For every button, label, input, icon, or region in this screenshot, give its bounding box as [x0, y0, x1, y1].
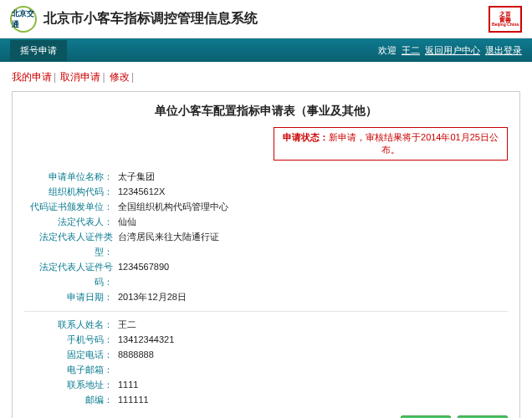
field-label: 法定代表人：: [24, 214, 118, 229]
crumb-edit[interactable]: 修改: [110, 71, 130, 83]
page-title: 北京市小客车指标调控管理信息系统: [43, 10, 258, 28]
field-row: 联系人姓名：王二: [24, 317, 508, 332]
field-label: 固定电话：: [24, 347, 118, 362]
field-label: 代码证书颁发单位：: [24, 199, 118, 214]
divider: [24, 311, 508, 312]
field-value: 12345612X: [118, 184, 165, 199]
field-row: 固定电话：8888888: [24, 347, 508, 362]
welcome-label: 欢迎: [378, 44, 396, 57]
logout-link[interactable]: 退出登录: [485, 44, 522, 57]
navbar: 摇号申请 欢迎 王二 返回用户中心 退出登录: [0, 38, 532, 62]
field-label: 邮编：: [24, 392, 118, 407]
field-row: 申请日期：2013年12月28日: [24, 289, 508, 304]
content: 我的申请| 取消申请| 修改| 单位小客车配置指标申请表（事业及其他） 申请状态…: [0, 62, 532, 418]
field-label: 申请日期：: [24, 289, 118, 304]
form-title: 单位小客车配置指标申请表（事业及其他）: [24, 104, 508, 119]
field-label: 联系地址：: [24, 377, 118, 392]
status-value: 新申请，审核结果将于2014年01月25日公布。: [329, 132, 499, 155]
status-box: 申请状态：新申请，审核结果将于2014年01月25日公布。: [274, 127, 508, 161]
field-row: 法定代表人证件类型：台湾居民来往大陆通行证: [24, 229, 508, 259]
field-value: 2013年12月28日: [118, 289, 187, 304]
tab-lottery[interactable]: 摇号申请: [10, 40, 67, 61]
field-row: 组织机构代码：12345612X: [24, 184, 508, 199]
field-label: 手机号码：: [24, 332, 118, 347]
field-group-2: 联系人姓名：王二手机号码：13412344321固定电话：8888888电子邮箱…: [24, 317, 508, 407]
field-label: 电子邮箱：: [24, 362, 118, 377]
header: 北京交通 北京市小客车指标调控管理信息系统 之首 窗善 Beijing Chin…: [0, 0, 532, 38]
field-group-1: 申请单位名称：太子集团组织机构代码：12345612X代码证书颁发单位：全国组织…: [24, 169, 508, 304]
field-row: 申请单位名称：太子集团: [24, 169, 508, 184]
field-value: 13412344321: [118, 332, 174, 347]
field-value: 1234567890: [118, 259, 169, 289]
field-value: 仙仙: [118, 214, 136, 229]
field-row: 法定代表人：仙仙: [24, 214, 508, 229]
field-label: 法定代表人证件号码：: [24, 259, 118, 289]
field-value: 1111: [118, 377, 138, 392]
field-label: 组织机构代码：: [24, 184, 118, 199]
field-value: 全国组织机构代码管理中心: [118, 199, 228, 214]
field-label: 联系人姓名：: [24, 317, 118, 332]
field-value: 王二: [118, 317, 136, 332]
logo-icon: 北京交通: [10, 6, 37, 33]
back-link[interactable]: 返回用户中心: [425, 44, 480, 57]
field-value: 8888888: [118, 347, 154, 362]
field-row: 电子邮箱：: [24, 362, 508, 377]
field-row: 法定代表人证件号码：1234567890: [24, 259, 508, 289]
stamp-en: Beijing China: [492, 23, 519, 27]
field-row: 联系地址：1111: [24, 377, 508, 392]
field-label: 法定代表人证件类型：: [24, 229, 118, 259]
field-value: 台湾居民来往大陆通行证: [118, 229, 219, 259]
nav-right: 欢迎 王二 返回用户中心 退出登录: [378, 44, 522, 57]
field-label: 申请单位名称：: [24, 169, 118, 184]
logo-text: 北京交通: [12, 8, 35, 30]
header-left: 北京交通 北京市小客车指标调控管理信息系统: [10, 6, 258, 33]
stamp-top: 之首: [499, 11, 511, 17]
crumb-cancel[interactable]: 取消申请: [60, 71, 100, 83]
field-value: 111111: [118, 392, 149, 407]
field-row: 手机号码：13412344321: [24, 332, 508, 347]
field-row: 代码证书颁发单位：全国组织机构代码管理中心: [24, 199, 508, 214]
field-row: 邮编：111111: [24, 392, 508, 407]
form-panel: 单位小客车配置指标申请表（事业及其他） 申请状态：新申请，审核结果将于2014年…: [12, 91, 520, 418]
stamp-icon: 之首 窗善 Beijing China: [489, 6, 522, 33]
user-link[interactable]: 王二: [402, 44, 420, 57]
status-label: 申请状态：: [283, 132, 329, 142]
field-value: 太子集团: [118, 169, 155, 184]
breadcrumb: 我的申请| 取消申请| 修改|: [12, 70, 520, 84]
crumb-my[interactable]: 我的申请: [12, 71, 52, 83]
